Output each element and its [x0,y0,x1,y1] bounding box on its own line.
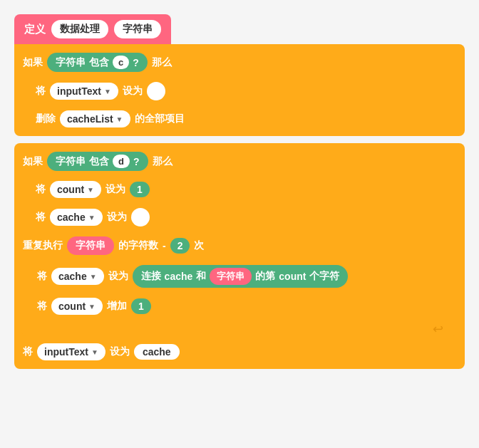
if2-body-count-dropdown[interactable]: count ▼ [51,298,103,315]
if2-final-set-to: 设为 [110,345,130,358]
if2-block: 如果 字符串 包含 d ? 那么 将 count ▼ 设为 1 [14,143,465,369]
if1-dropdown-arrow: ▼ [104,88,111,95]
if2-repeat-label: 重复执行 [23,239,63,252]
if2-concat-str[interactable]: 字符串 [210,268,252,285]
if2-count-val: 1 [130,182,150,197]
if2-concat-block[interactable]: 连接 cache 和 字符串 的第 count 个字符 [133,265,349,288]
if2-set2-label: 将 [36,211,46,224]
if1-delete-row: 删除 cacheList ▼ 的全部项目 [21,108,458,130]
if2-increment-row: 将 count ▼ 增加 1 [36,295,458,318]
if2-cache-dropdown[interactable]: cache ▼ [50,209,103,226]
if2-minus: - [163,240,166,251]
if1-cachelist-arrow: ▼ [116,115,123,123]
if2-string-label: 字符串 [56,155,86,168]
main-canvas: 定义 数据处理 字符串 如果 字符串 包含 c ? 那么 将 input [0,0,479,448]
if2-loop-bottom: ↩ [21,322,458,336]
if1-block: 如果 字符串 包含 c ? 那么 将 inputText ▼ 设为 [14,44,465,136]
if1-delete-label: 删除 [36,113,56,125]
if2-header-row: 如果 字符串 包含 d ? 那么 [21,149,458,174]
if1-cachelist-dropdown[interactable]: cacheList ▼ [60,110,130,127]
blocks-container: 定义 数据处理 字符串 如果 字符串 包含 c ? 那么 将 input [14,14,465,369]
if2-times: 次 [194,239,204,252]
if2-condition[interactable]: 字符串 包含 d ? [47,152,148,171]
if1-input-dropdown[interactable]: inputText ▼ [50,83,118,100]
if2-set-count-row: 将 count ▼ 设为 1 [21,178,458,201]
if2-body-set2: 将 [37,300,47,313]
if2-final-set-row: 将 inputText ▼ 设为 cache [21,340,458,363]
if2-repeat-row: 重复执行 字符串 的字符数 - 2 次 [21,234,458,258]
if1-char: c [113,56,129,69]
if2-loop-body: 将 cache ▼ 设为 连接 cache 和 字符串 的第 count 个字符 [21,262,458,318]
if2-set-cache-row: 将 cache ▼ 设为 [21,205,458,229]
if2-contains-label: 包含 [89,155,109,168]
if2-question: ? [133,156,140,167]
if1-header-row: 如果 字符串 包含 c ? 那么 [21,50,458,75]
if2-set-to2: 设为 [107,211,127,224]
if2-set-cache-concat-row: 将 cache ▼ 设为 连接 cache 和 字符串 的第 count 个字符 [36,262,458,291]
if1-question: ? [133,57,139,68]
if2-body-set-to: 设为 [108,270,128,283]
if2-increment-label: 增加 [107,300,127,313]
define-dataprocessing: 数据处理 [51,20,108,38]
if1-set-row: 将 inputText ▼ 设为 [21,79,458,103]
if2-char: d [113,155,130,168]
if2-increment-val: 1 [131,298,151,314]
if1-condition[interactable]: 字符串 包含 c ? [47,53,148,72]
define-label: 定义 [24,23,46,36]
if2-set-to1: 设为 [105,183,125,196]
if2-body-cache-dropdown[interactable]: cache ▼ [51,268,104,285]
if1-then-label: 那么 [152,56,172,69]
if2-empty-circle [131,208,150,226]
if1-all-items-label: 的全部项目 [135,113,185,125]
if2-then-label: 那么 [153,155,172,168]
if2-str-len: 的字符数 [118,239,158,252]
if2-body-set1: 将 [37,270,47,283]
if1-if-label: 如果 [23,56,43,69]
define-string: 字符串 [114,20,161,38]
if1-set-label: 将 [36,85,46,98]
if2-if-label: 如果 [23,155,43,168]
if2-final-val: cache [134,344,180,360]
define-block[interactable]: 定义 数据处理 字符串 [14,14,171,44]
if2-repeat-str[interactable]: 字符串 [67,236,114,255]
if2-set1-label: 将 [36,183,46,196]
if2-count-dropdown[interactable]: count ▼ [50,181,101,198]
if1-empty-circle [147,82,165,100]
if1-string-label: 字符串 [56,56,86,69]
if2-repeat-val: 2 [170,238,190,254]
if2-final-set: 将 [23,345,33,358]
if1-contains-label: 包含 [89,56,109,69]
if2-loop-hook: ↩ [433,321,443,337]
if2-final-dropdown[interactable]: inputText ▼ [37,343,105,360]
if1-set-to-label: 设为 [123,85,143,98]
